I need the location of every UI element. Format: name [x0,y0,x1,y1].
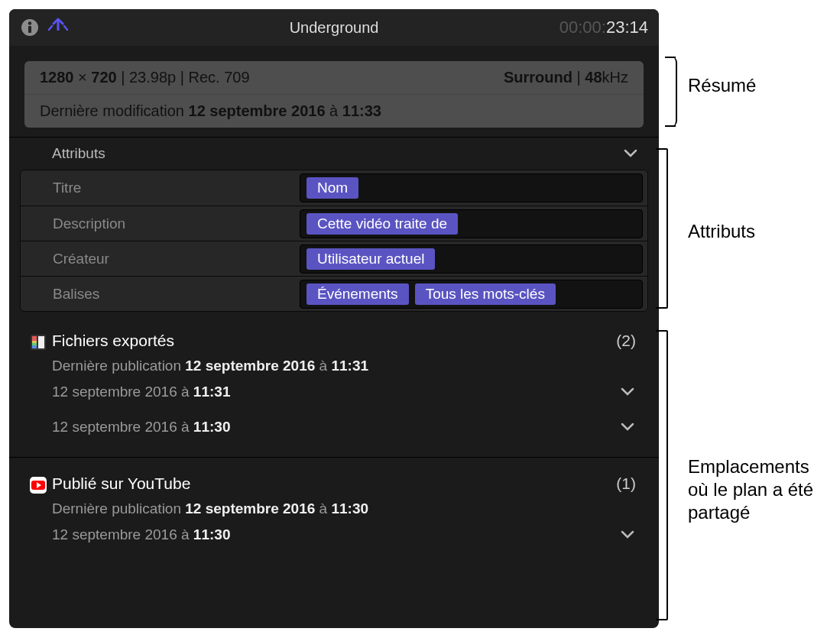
chip[interactable]: Nom [306,177,358,199]
last-published: Dernière publication 12 septembre 2016 à… [29,358,639,374]
export-entry[interactable]: 12 septembre 2016 à 11:31 [29,374,639,410]
annotation-attributes: Attributs [688,221,755,242]
annotation-summary: Résumé [688,75,756,96]
svg-rect-8 [38,336,44,348]
svg-point-1 [28,21,31,24]
timecode: 00:00:23:14 [559,18,648,37]
svg-rect-4 [32,336,37,341]
attr-row-tags: Balises Événements Tous les mots-clés [21,276,647,311]
summary-video-row: 1280 × 720 | 23.98p | Rec. 709 Surround … [24,61,644,94]
youtube-icon [29,476,47,494]
last-published: Dernière publication 12 septembre 2016 à… [29,500,639,517]
bracket [666,57,677,127]
svg-rect-7 [32,345,37,348]
attr-value-creator[interactable]: Utilisateur actuel [300,245,643,274]
attr-row-title: Titre Nom [21,170,647,206]
chip[interactable]: Cette vidéo traite de [306,213,458,235]
attributes-header[interactable]: Attributs [9,138,659,170]
attr-value-description[interactable]: Cette vidéo traite de [300,209,643,238]
share-section-exported: Fichiers exportés (2) Dernière publicati… [9,319,659,449]
inspector-panel: Underground 00:00:23:14 1280 × 720 | 23.… [9,9,659,628]
exported-files-icon [29,333,47,351]
summary-box: 1280 × 720 | 23.98p | Rec. 709 Surround … [24,61,644,128]
export-entry[interactable]: 12 septembre 2016 à 11:30 [29,410,639,445]
svg-rect-6 [32,343,37,345]
chevron-down-icon [619,419,636,436]
chip[interactable]: Tous les mots-clés [415,283,556,305]
attr-value-title[interactable]: Nom [300,173,643,202]
youtube-entry[interactable]: 12 septembre 2016 à 11:30 [29,517,639,552]
inspector-header: Underground 00:00:23:14 [9,9,659,46]
divider [9,457,659,458]
clip-title: Underground [290,19,379,37]
attr-value-tags[interactable]: Événements Tous les mots-clés [300,280,643,309]
info-icon[interactable] [20,18,40,37]
summary-modified-row: Dernière modification 12 septembre 2016 … [24,94,644,128]
chip[interactable]: Événements [306,283,409,305]
bracket [666,148,668,309]
chevron-down-icon [619,384,636,400]
share-tab-icon[interactable] [47,17,69,38]
chevron-down-icon [622,145,639,162]
share-section-youtube: Publié sur YouTube (1) Dernière publicat… [9,462,659,557]
annotation-shares: Emplacements où le plan a été partagé [688,455,833,524]
svg-rect-5 [32,341,37,343]
svg-rect-2 [28,26,31,33]
chip[interactable]: Utilisateur actuel [306,248,435,270]
bracket [666,330,668,620]
attr-row-description: Description Cette vidéo traite de [21,206,647,241]
attributes-table: Titre Nom Description Cette vidéo traite… [20,170,648,312]
chevron-down-icon [619,526,636,543]
attr-row-creator: Créateur Utilisateur actuel [21,241,647,276]
